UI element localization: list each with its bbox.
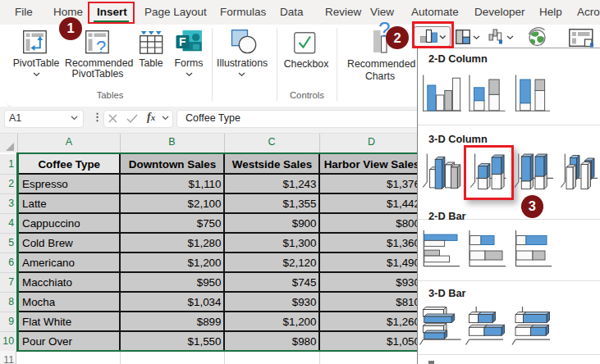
svg-text:?: ? [96,37,106,56]
svg-text:F: F [179,35,186,48]
